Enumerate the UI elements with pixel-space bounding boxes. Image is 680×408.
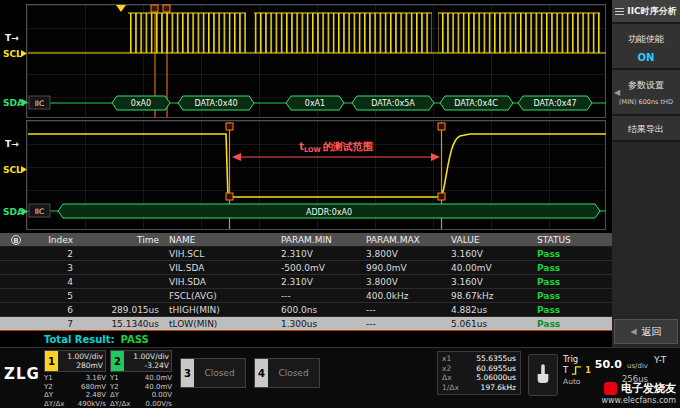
trigger-t-marker: T <box>563 365 568 376</box>
trigger-mode: Auto <box>563 376 591 387</box>
watermark-name: 电子发烧友 <box>621 381 676 396</box>
table-row[interactable]: 3 VIL.SDA -500.0mV 990.0mV 40.00mV Pass <box>0 261 612 275</box>
trigger-status[interactable]: Trig T 1 Auto <box>563 354 591 387</box>
function-enable-state: ON <box>612 52 680 63</box>
channel-label-sda-zoom[interactable]: SDA <box>3 207 24 217</box>
menu-item-label: 结果导出 <box>612 116 680 142</box>
scl-position-marker-icon <box>21 166 27 173</box>
parameter-summary: (MIN) 600ns tHD <box>612 98 680 106</box>
channel-label-sda[interactable]: SDA <box>3 98 24 108</box>
bus-tag: IIC <box>35 207 45 216</box>
waveform-traces: IIC 0xA0 DATA:0x40 0xA1 DATA:0x5A DATA:0… <box>0 0 612 233</box>
trigger-position-marker[interactable] <box>116 5 126 12</box>
status-badge: Pass <box>532 247 612 260</box>
decode-segment-label: 0xA0 <box>131 99 151 108</box>
channel3-box[interactable]: 3 Closed <box>180 358 246 388</box>
hand-icon <box>535 363 551 387</box>
channel1-number: 1 <box>45 351 58 371</box>
table-row[interactable]: 6 289.015us tHIGH(MIN) 600.0ns --- 4.882… <box>0 303 612 317</box>
status-badge: Pass <box>532 303 612 316</box>
col-value: VALUE <box>446 233 532 246</box>
decode-segment-label: DATA:0x40 <box>194 99 237 108</box>
svg-text:tLOW的测试范围: tLOW的测试范围 <box>299 141 372 154</box>
total-result-value: PASS <box>121 334 149 345</box>
status-bar: ZLG 1 1.00V/div 280mV Y13.16V Y2680mV ΔY… <box>0 347 680 408</box>
channel2-measurements: Y140.0mV Y240.0mV ΔY0.00V ΔY/Δx0.00V/s <box>110 374 172 408</box>
menu-item-function-enable[interactable]: 功能使能 ON <box>612 24 680 70</box>
addr-label: ADDR:0xA0 <box>306 208 352 217</box>
rising-edge-trigger-icon <box>571 365 582 376</box>
channel2-box[interactable]: 2 1.00V/div -3.24V <box>110 350 172 372</box>
decode-segment-label: 0xA1 <box>305 99 325 108</box>
channel3-state: Closed <box>194 359 245 387</box>
chevron-left-icon: ◀ <box>614 88 620 97</box>
decode-segment-label: DATA:0x47 <box>533 99 576 108</box>
trigger-level-label[interactable]: T→ <box>5 33 19 43</box>
chevron-left-icon: ◀ <box>630 327 636 336</box>
trigger-level-label-zoom[interactable]: T→ <box>5 139 19 149</box>
channel2-offset: -3.24V <box>144 361 169 370</box>
col-status: STATUS <box>532 233 612 246</box>
timebase-unit: us/div <box>627 362 648 370</box>
menu-panel: IIC时序分析 功能使能 ON ◀ 参数设置 (MIN) 600ns tHD 结… <box>612 0 680 347</box>
bus-tag: IIC <box>35 99 45 108</box>
scl-position-marker-icon <box>21 50 27 57</box>
channel4-number: 4 <box>255 359 268 387</box>
measurement-table: B Index Time NAME PARAM.MIN PARAM.MAX VA… <box>0 233 612 347</box>
total-result-label: Total Result: <box>44 334 115 345</box>
tlow-annotation: tLOW的测试范围 <box>232 141 440 161</box>
elecfans-logo-icon <box>604 382 617 395</box>
status-badge: Pass <box>532 289 612 302</box>
sda-decode-bus-zoom: IIC ADDR:0xA0 <box>28 204 606 218</box>
touch-gesture-button[interactable] <box>528 354 558 396</box>
menu-item-label: 功能使能 <box>612 33 680 46</box>
menu-title-label: IIC时序分析 <box>627 5 676 18</box>
col-param-min: PARAM.MIN <box>276 233 361 246</box>
status-badge: Pass <box>532 317 612 330</box>
channel4-box[interactable]: 4 Closed <box>254 358 320 388</box>
table-row[interactable]: 5 FSCL(AVG) --- 400.0kHz 98.67kHz Pass <box>0 289 612 303</box>
waveform-display: IIC 0xA0 DATA:0x40 0xA1 DATA:0x5A DATA:0… <box>0 0 612 233</box>
menu-title: IIC时序分析 <box>612 0 680 24</box>
annotation-sub: LOW <box>304 146 321 154</box>
total-result: Total Result: PASS <box>0 331 612 347</box>
back-button[interactable]: ◀ 返回 <box>614 319 678 344</box>
cursor-readout: x155.6355us x260.6955us Δx5.06000us 1/Δx… <box>437 351 521 395</box>
sda-position-marker-icon <box>22 208 28 215</box>
col-time: Time <box>78 233 164 246</box>
channel-label-scl-zoom[interactable]: SCL <box>3 165 22 175</box>
channel1-offset: 280mV <box>76 361 103 370</box>
table-row[interactable]: 4 VIH.SDA 2.310V 3.800V 3.160V Pass <box>0 275 612 289</box>
menu-item-parameter-settings[interactable]: ◀ 参数设置 (MIN) 600ns tHD <box>612 70 680 116</box>
decode-segment-label: DATA:0x5A <box>371 99 415 108</box>
bus-icon: B <box>11 235 21 245</box>
channel-label-scl[interactable]: SCL <box>3 49 22 59</box>
col-name: NAME <box>164 233 276 246</box>
table-header: B Index Time NAME PARAM.MIN PARAM.MAX VA… <box>0 233 612 247</box>
scl-trace-zoom <box>28 134 606 197</box>
scl-trace-main <box>28 13 606 53</box>
channel4-state: Closed <box>268 359 319 387</box>
table-row-selected[interactable]: 7 15.1340us tLOW(MIN) 1.300us --- 5.061u… <box>0 317 612 331</box>
timebase-box[interactable]: 50.0 us/div 256us <box>592 353 648 384</box>
channel3-number: 3 <box>181 359 194 387</box>
oscilloscope-screen: IIC 0xA0 DATA:0x40 0xA1 DATA:0x5A DATA:0… <box>0 0 680 408</box>
brand-logo: ZLG <box>4 365 40 383</box>
channel1-scale: 1.00V/div <box>67 352 103 361</box>
status-badge: Pass <box>532 275 612 288</box>
sda-decode-bus-main: IIC 0xA0 DATA:0x40 0xA1 DATA:0x5A DATA:0… <box>28 96 606 110</box>
menu-item-label: 参数设置 <box>612 79 680 92</box>
watermark-url: www.elecfans.com <box>602 396 677 405</box>
menu-item-export-results[interactable]: 结果导出 <box>612 116 680 142</box>
status-badge: Pass <box>532 261 612 274</box>
back-button-label: 返回 <box>642 325 662 339</box>
menu-icon <box>615 8 624 15</box>
timebase-scale: 50.0 <box>595 358 622 371</box>
annotation-text: 的测试范围 <box>323 141 373 152</box>
channel1-box[interactable]: 1 1.00V/div 280mV <box>44 350 106 372</box>
sda-position-marker-icon <box>22 99 28 106</box>
trigger-source: 1 <box>585 365 591 376</box>
decode-segment-label: DATA:0x4C <box>454 99 498 108</box>
table-row[interactable]: 2 VIH.SCL 2.310V 3.800V 3.160V Pass <box>0 247 612 261</box>
channel2-number: 2 <box>111 351 124 371</box>
